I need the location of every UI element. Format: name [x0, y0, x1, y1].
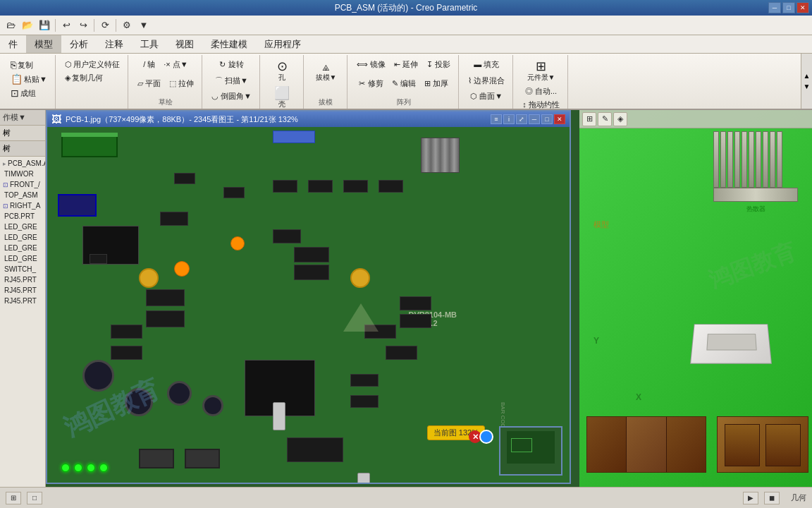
chip-3: [273, 180, 297, 193]
tree-content: ▸PCB_ASM.AS TIMWOR ⊡ FRONT_/ TOP_ASM ⊡ R…: [0, 157, 45, 487]
tree-item-led2[interactable]: LED_GRE: [0, 232, 45, 243]
tree-item-rj45-1[interactable]: RJ45.PRT: [0, 274, 45, 285]
extend-btn[interactable]: ⇤ 延伸: [390, 58, 422, 71]
settings-btn[interactable]: ⚙: [119, 18, 135, 33]
axis-btn[interactable]: / 轴: [140, 58, 159, 71]
tree-item-pcb-prt[interactable]: PCB.PRT: [0, 211, 45, 222]
chip-11: [294, 265, 329, 280]
pcb-image-area[interactable]: DVR8104-MBVER.2.2: [47, 127, 570, 483]
status-btn-4[interactable]: ◼: [764, 492, 780, 504]
edit-btn[interactable]: ✎ 编辑: [388, 77, 419, 90]
pcb-chip-3d: [706, 334, 756, 350]
tree-item-top[interactable]: TOP_ASM: [0, 190, 45, 200]
auto-round-btn[interactable]: ◎ 自动...: [522, 85, 560, 98]
regenerate-button[interactable]: ⟳: [97, 18, 113, 33]
blue-comp: [273, 131, 315, 143]
draft-btn[interactable]: ⟁拔模▼: [312, 58, 340, 85]
view-btn-3[interactable]: ◈: [613, 112, 627, 126]
menu-view[interactable]: 视图: [167, 35, 202, 53]
copy-geom-btn[interactable]: ◈ 复制几何: [61, 71, 123, 85]
round-btn[interactable]: ◡ 倒圆角▼: [208, 90, 255, 103]
menu-file[interactable]: 件: [0, 35, 26, 53]
mirror-btn[interactable]: ⟺ 镜像: [353, 58, 389, 71]
minimize-button[interactable]: ─: [768, 2, 781, 13]
menu-annotate[interactable]: 注释: [97, 35, 132, 53]
boundary-blend-btn[interactable]: ⌇ 边界混合: [465, 74, 508, 87]
large-cap-3: [167, 381, 192, 406]
ribbon-group-revolve: ↻ 旋转 ⌒ 扫描▼ ◡ 倒圆角▼: [204, 55, 260, 109]
pcb-info-btn[interactable]: i: [503, 114, 515, 124]
status-btn-2[interactable]: □: [27, 492, 42, 504]
hole-btn[interactable]: ⊙孔: [268, 58, 296, 85]
menu-model[interactable]: 模型: [26, 35, 61, 53]
project-btn[interactable]: ↧ 投影: [423, 58, 454, 71]
pcb-image-window[interactable]: 🖼 PCB-1.jpg（737×499像素，88KB）- 2345看图王 - 第…: [46, 110, 571, 484]
redo-button[interactable]: ↪: [75, 18, 91, 33]
tree-item-right[interactable]: ⊡ RIGHT_A: [0, 200, 45, 211]
tree-item-led3[interactable]: LED_GRE: [0, 243, 45, 253]
chip-17: [386, 346, 417, 360]
pcb-menu-btn[interactable]: ≡: [491, 114, 502, 124]
component-view-btn[interactable]: ⊞元件景▼: [524, 58, 559, 85]
tree-label: 树: [3, 128, 11, 138]
tree-item-pcb-asm[interactable]: ▸PCB_ASM.AS: [0, 158, 45, 169]
pcb-expand-btn[interactable]: ⤢: [516, 114, 527, 124]
fill-btn[interactable]: ▬ 填充: [470, 58, 503, 71]
chip-7: [160, 212, 188, 226]
tree-item-rj45-2[interactable]: RJ45.PRT: [0, 285, 45, 296]
copy-btn[interactable]: ⎘ 复制: [7, 58, 51, 72]
maximize-button[interactable]: □: [782, 2, 795, 13]
thicken-btn[interactable]: ⊞ 加厚: [421, 77, 452, 90]
crystal-1: [273, 402, 285, 430]
more-btn[interactable]: ▼: [136, 18, 152, 33]
action-label: 作模▼: [3, 112, 26, 123]
menu-flex-modeling[interactable]: 柔性建模: [202, 35, 256, 53]
open-button[interactable]: 📂: [20, 18, 35, 33]
undo-button[interactable]: ↩: [59, 18, 74, 33]
ribbon-scroll-up[interactable]: ▲: [804, 72, 811, 80]
usb-port-2: [185, 449, 220, 468]
new-button[interactable]: 🗁: [3, 18, 18, 33]
pcb-min-btn[interactable]: ─: [529, 114, 540, 124]
menu-tools[interactable]: 工具: [132, 35, 167, 53]
status-btn-3[interactable]: ▶: [743, 492, 758, 504]
tree-item-led1[interactable]: LED_GRE: [0, 222, 45, 232]
sweep-btn[interactable]: ⌒ 扫描▼: [211, 74, 252, 87]
tree-item-switch[interactable]: SWITCH_: [0, 264, 45, 274]
trim-btn[interactable]: ✂ 修剪: [355, 77, 386, 90]
chip-15: [111, 346, 142, 360]
view-btn-1[interactable]: ⊞: [582, 112, 596, 126]
chip-6: [379, 180, 403, 193]
tree-item-front[interactable]: ⊡ FRONT_/: [0, 179, 45, 190]
tree-item-led4[interactable]: LED_GRE: [0, 253, 45, 264]
3d-viewport[interactable]: ⊞ ✎ ◈: [579, 110, 812, 487]
geometry-label: 几何: [791, 492, 806, 503]
tree-item-rj45-3[interactable]: RJ45.PRT: [0, 296, 45, 306]
surface-btn[interactable]: ⬡ 曲面▼: [467, 90, 506, 103]
extrude-btn[interactable]: ⬚ 拉伸: [166, 77, 197, 90]
status-btn-1[interactable]: ⊞: [6, 492, 21, 504]
save-button[interactable]: 💾: [37, 18, 52, 33]
close-button[interactable]: ✕: [796, 2, 809, 13]
point-btn[interactable]: ·× 点▼: [160, 58, 191, 71]
led-row: [61, 464, 108, 472]
center-viewport[interactable]: 🖼 PCB-1.jpg（737×499像素，88KB）- 2345看图王 - 第…: [46, 110, 812, 487]
menu-apps[interactable]: 应用程序: [256, 35, 309, 53]
pcb-close-btn[interactable]: ✕: [554, 114, 565, 124]
pcb-max-btn[interactable]: □: [541, 114, 553, 124]
tree-label2: 树: [3, 143, 11, 154]
tree-item-timwor[interactable]: TIMWOR: [0, 169, 45, 179]
chip-21: [350, 395, 379, 408]
view-btn-2[interactable]: ✎: [598, 112, 612, 126]
menu-analyze[interactable]: 分析: [61, 35, 97, 53]
tree-subheader2: 树: [0, 141, 45, 157]
crystal-2: [357, 473, 370, 483]
user-feature-btn[interactable]: ⬡ 用户定义特征: [61, 58, 123, 71]
ribbon-scroll-down[interactable]: ▼: [804, 83, 811, 90]
group-btn[interactable]: ⊡ 成组: [7, 86, 51, 100]
plane-btn[interactable]: ▱ 平面: [134, 77, 164, 90]
paste-btn[interactable]: 📋 粘贴▼: [7, 72, 51, 86]
revolve-btn[interactable]: ↻ 旋转: [216, 58, 247, 71]
shell-btn[interactable]: ⬜壳: [268, 85, 296, 111]
heatsink-3d: 热散器: [713, 131, 798, 209]
